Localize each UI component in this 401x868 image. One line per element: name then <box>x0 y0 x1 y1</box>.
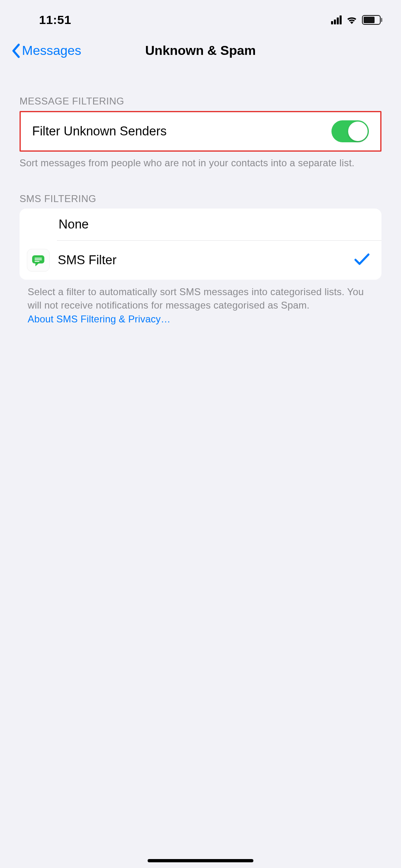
page-title: Unknown & Spam <box>145 43 256 58</box>
status-bar: 11:51 <box>0 0 401 34</box>
section-header-sms-filtering: SMS FILTERING <box>0 170 401 209</box>
toggle-knob <box>348 122 368 141</box>
home-indicator <box>148 859 253 862</box>
section-header-message-filtering: MESSAGE FILTERING <box>0 68 401 111</box>
cellular-icon <box>331 15 342 24</box>
section-footer-message-filtering: Sort messages from people who are not in… <box>0 152 401 170</box>
footer-text: Select a filter to automatically sort SM… <box>28 286 364 310</box>
battery-icon <box>362 15 382 25</box>
status-icons <box>331 15 382 25</box>
about-sms-filtering-link[interactable]: About SMS Filtering & Privacy… <box>28 313 377 326</box>
list-group-message-filtering: Filter Unknown Senders <box>20 111 381 152</box>
row-filter-unknown-senders[interactable]: Filter Unknown Senders <box>21 112 380 150</box>
row-sms-filter-none[interactable]: None <box>20 209 381 240</box>
nav-bar: Messages Unknown & Spam <box>0 34 401 68</box>
checkmark-icon <box>354 252 370 268</box>
toggle-filter-unknown-senders[interactable] <box>331 120 369 142</box>
row-label: SMS Filter <box>58 253 346 268</box>
row-label: None <box>31 217 370 232</box>
chevron-left-icon <box>11 44 20 58</box>
sms-filter-app-icon <box>27 249 50 272</box>
section-footer-sms-filtering: Select a filter to automatically sort SM… <box>0 280 401 326</box>
list-group-sms-filtering: None SMS Filter <box>20 209 381 280</box>
status-time: 11:51 <box>39 13 71 27</box>
wifi-icon <box>346 15 358 24</box>
row-label: Filter Unknown Senders <box>32 124 331 139</box>
row-sms-filter-app[interactable]: SMS Filter <box>20 241 381 280</box>
back-button[interactable]: Messages <box>11 43 81 58</box>
back-label: Messages <box>22 43 81 58</box>
